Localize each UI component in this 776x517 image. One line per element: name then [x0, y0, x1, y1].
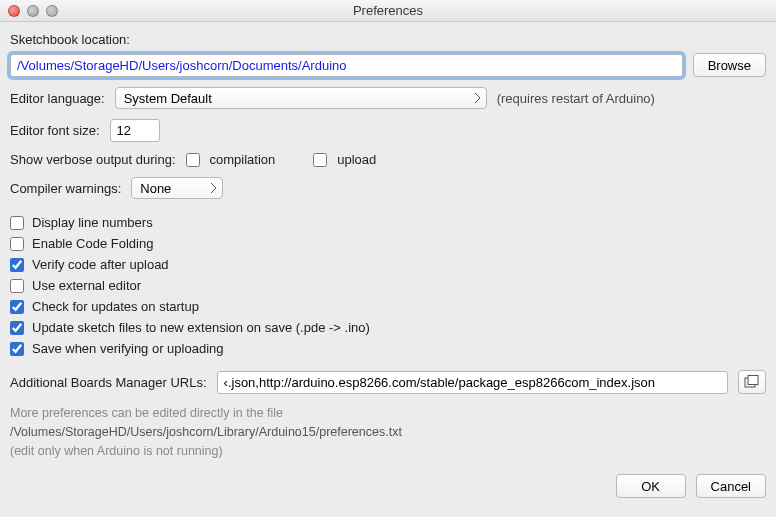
upload-checkbox[interactable]	[313, 153, 327, 167]
use-external-editor-label: Use external editor	[32, 278, 141, 293]
preferences-file-path: /Volumes/StorageHD/Users/joshcorn/Librar…	[10, 423, 766, 442]
update-sketch-files-checkbox[interactable]	[10, 321, 24, 335]
titlebar: Preferences	[0, 0, 776, 22]
verify-code-after-upload-checkbox[interactable]	[10, 258, 24, 272]
display-line-numbers-label: Display line numbers	[32, 215, 153, 230]
check-for-updates-label: Check for updates on startup	[32, 299, 199, 314]
cancel-button[interactable]: Cancel	[696, 474, 766, 498]
upload-label: upload	[337, 152, 376, 167]
sketchbook-location-label: Sketchbook location:	[10, 32, 766, 47]
window-overlap-icon	[744, 375, 760, 389]
browse-button[interactable]: Browse	[693, 53, 766, 77]
verbose-output-label: Show verbose output during:	[10, 152, 176, 167]
close-icon[interactable]	[8, 5, 20, 17]
editor-language-select[interactable]: System Default	[115, 87, 487, 109]
verify-code-after-upload-label: Verify code after upload	[32, 257, 169, 272]
compiler-warnings-select[interactable]: None	[131, 177, 223, 199]
more-preferences-line1: More preferences can be edited directly …	[10, 404, 766, 423]
compiler-warnings-label: Compiler warnings:	[10, 181, 121, 196]
save-when-verifying-label: Save when verifying or uploading	[32, 341, 224, 356]
more-preferences-line3: (edit only when Arduino is not running)	[10, 442, 766, 461]
editor-language-hint: (requires restart of Arduino)	[497, 91, 655, 106]
ok-button[interactable]: OK	[616, 474, 686, 498]
minimize-icon[interactable]	[27, 5, 39, 17]
board-urls-input[interactable]	[217, 371, 728, 394]
compilation-label: compilation	[210, 152, 276, 167]
sketchbook-location-input[interactable]	[10, 54, 683, 77]
zoom-icon[interactable]	[46, 5, 58, 17]
editor-language-label: Editor language:	[10, 91, 105, 106]
editor-font-size-label: Editor font size:	[10, 123, 100, 138]
window-controls	[0, 5, 58, 17]
board-urls-expand-button[interactable]	[738, 370, 766, 394]
enable-code-folding-checkbox[interactable]	[10, 237, 24, 251]
enable-code-folding-label: Enable Code Folding	[32, 236, 153, 251]
editor-font-size-input[interactable]	[110, 119, 160, 142]
display-line-numbers-checkbox[interactable]	[10, 216, 24, 230]
compilation-checkbox[interactable]	[186, 153, 200, 167]
more-preferences-note: More preferences can be edited directly …	[10, 404, 766, 460]
save-when-verifying-checkbox[interactable]	[10, 342, 24, 356]
use-external-editor-checkbox[interactable]	[10, 279, 24, 293]
board-urls-label: Additional Boards Manager URLs:	[10, 375, 207, 390]
update-sketch-files-label: Update sketch files to new extension on …	[32, 320, 370, 335]
check-for-updates-checkbox[interactable]	[10, 300, 24, 314]
svg-rect-1	[748, 376, 758, 385]
window-title: Preferences	[0, 3, 776, 18]
